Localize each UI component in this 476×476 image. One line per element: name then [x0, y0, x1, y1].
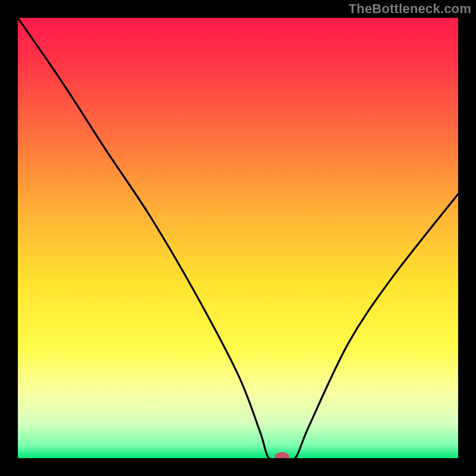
watermark-label: TheBottleneck.com — [349, 1, 471, 17]
gradient-background — [18, 18, 458, 458]
bottleneck-chart — [18, 18, 458, 458]
plot-area — [18, 18, 458, 458]
chart-container: TheBottleneck.com — [0, 0, 476, 476]
